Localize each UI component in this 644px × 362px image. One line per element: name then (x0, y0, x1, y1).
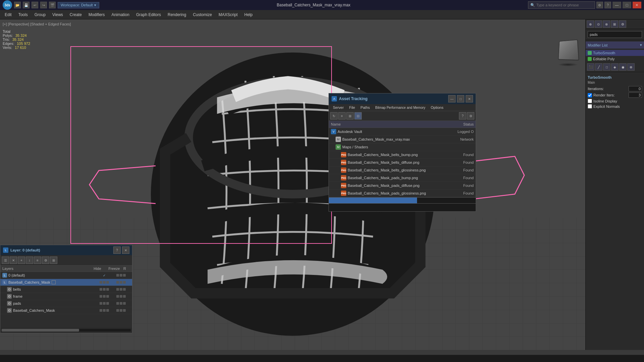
asset-grid-btn[interactable]: ⊞ (346, 112, 354, 120)
asset-path-field[interactable] (330, 206, 474, 210)
redo-btn[interactable]: ↪ (40, 2, 47, 8)
menu-graph-editors[interactable]: Graph Editors (133, 11, 164, 18)
layer-move-btn[interactable]: ↕ (26, 257, 33, 264)
menu-rendering[interactable]: Rendering (164, 11, 189, 18)
asset-row[interactable]: PNG Baseball_Catchers_Mask_pads_bump.png… (329, 174, 476, 182)
asset-menu-file[interactable]: File (346, 105, 358, 110)
layer-expand-btn[interactable]: ⊞ (50, 257, 57, 264)
menu-customize[interactable]: Customize (189, 11, 215, 18)
sub-edge-btn[interactable]: ╱ (595, 63, 602, 71)
modifier-editable-poly[interactable]: Editable Poly (586, 56, 644, 62)
save-file-btn[interactable]: 💾 (23, 2, 30, 8)
layer-row[interactable]: L 0 (default) ✓ (0, 272, 132, 279)
rp-btn-5[interactable]: ⚙ (619, 20, 626, 28)
layer-row[interactable]: O Baseball_Catchers_Mask (0, 307, 132, 314)
menu-edit[interactable]: Edit (1, 11, 15, 18)
maximize-btn[interactable]: □ (623, 2, 631, 8)
modifier-list-label: Modifier List (588, 43, 607, 47)
layer-0-name: L 0 (default) (2, 273, 97, 278)
sub-poly-btn[interactable]: ◈ (611, 63, 619, 71)
asset-row[interactable]: M Maps / Shaders (329, 143, 476, 151)
search-icon: 🔍 (530, 3, 535, 7)
layer-panel-close-btn[interactable]: ✕ (122, 246, 129, 254)
asset-help-btn[interactable]: ? (459, 112, 466, 120)
asset-row[interactable]: PNG Baseball_Catchers_Mask_belts_bump.pn… (329, 151, 476, 159)
layer-row[interactable]: O pads (0, 300, 132, 307)
iterations-input[interactable]: 0 (629, 86, 642, 91)
asset-panel-menubar: Server File Paths Bitmap Performance and… (329, 104, 476, 111)
search-input[interactable] (536, 3, 583, 7)
asset-list-btn[interactable]: ≡ (338, 112, 346, 120)
menu-views[interactable]: Views (49, 11, 66, 18)
asset-menu-paths[interactable]: Paths (358, 105, 372, 110)
asset-row[interactable]: PNG Baseball_Catchers_Mask_belts_diffuse… (329, 159, 476, 166)
main-area: [+] [Perspective] [Shaded + Edged Faces]… (0, 19, 644, 350)
undo-btn[interactable]: ↩ (32, 2, 38, 8)
sub-element-btn[interactable]: ◉ (619, 63, 627, 71)
search-go-btn[interactable]: ⚙ (596, 2, 603, 8)
workspace-label: Workspace: Default (61, 3, 93, 7)
menu-modifiers[interactable]: Modifiers (85, 11, 108, 18)
explicit-normals-checkbox[interactable] (588, 104, 592, 108)
layer-row[interactable]: O frame (0, 293, 132, 300)
asset-row[interactable]: PNG Baseball_Catchers_Mask_belts_glossin… (329, 166, 476, 174)
asset-panel-close-btn[interactable]: ✕ (466, 95, 473, 102)
modifier-list-dropdown[interactable]: Modifier List ▾ (586, 42, 644, 49)
layer-row[interactable]: L Baseball_Catchers_Mask (0, 279, 132, 286)
minimize-btn[interactable]: — (612, 2, 621, 8)
asset-menu-options[interactable]: Options (428, 105, 446, 110)
isoline-display-checkbox[interactable] (588, 99, 592, 103)
sub-vertex-btn[interactable]: ⬛ (587, 63, 594, 71)
asset-panel-minimize-btn[interactable]: — (448, 95, 456, 102)
asset-menu-bitmap[interactable]: Bitmap Performance and Memory (372, 105, 428, 110)
sub-border-btn[interactable]: □ (603, 63, 610, 71)
asset-row[interactable]: PNG Baseball_Catchers_Mask_pads_glossine… (329, 190, 476, 197)
open-file-btn[interactable]: 📂 (14, 2, 21, 8)
render-iters-input[interactable]: 3 (629, 92, 642, 98)
rp-btn-3[interactable]: ⊗ (603, 20, 610, 28)
workspace-dropdown[interactable]: Workspace: Default ▾ (58, 2, 99, 8)
layer-panel-help-btn[interactable]: ? (113, 246, 121, 254)
menu-maxscript[interactable]: MAXScript (215, 11, 241, 18)
asset-table-btn[interactable]: ⊟ (354, 112, 362, 120)
rp-btn-1[interactable]: ⊕ (587, 20, 594, 28)
asset-settings-btn[interactable]: ⚙ (467, 112, 474, 120)
asset-panel-maximize-btn[interactable]: □ (457, 95, 464, 102)
layer-add-btn[interactable]: + (18, 257, 25, 264)
png-icon: PNG (341, 152, 346, 157)
asset-path-input[interactable] (329, 203, 476, 211)
layer-filter-btn[interactable]: ⚙ (42, 257, 49, 264)
scrollbar-thumb[interactable] (2, 329, 79, 332)
menu-tools[interactable]: Tools (15, 11, 31, 18)
close-btn[interactable]: ✕ (633, 2, 641, 8)
asset-row[interactable]: V Autodesk Vault Logged O (329, 128, 476, 136)
asset-menu-server[interactable]: Server (330, 105, 346, 110)
render-setup-btn[interactable]: 🎬 (49, 2, 56, 8)
render-iters-checkbox[interactable] (588, 93, 592, 97)
menu-help[interactable]: Help (241, 11, 256, 18)
right-panel-top-toolbar: ⊕ ⊙ ⊗ ⊞ ⚙ (586, 19, 644, 29)
modifier-turbosmooth[interactable]: TurboSmooth (586, 50, 644, 56)
layer-mask-checkbox[interactable] (52, 280, 56, 284)
nav-cube[interactable] (553, 36, 582, 65)
layer-panel-title: Layer: 0 (default) (10, 248, 40, 252)
help-btn[interactable]: ? (604, 2, 611, 8)
asset-row[interactable]: PNG Baseball_Catchers_Mask_pads_diffuse.… (329, 182, 476, 190)
rp-btn-4[interactable]: ⊞ (611, 20, 618, 28)
asset-reload-btn[interactable]: ↻ (330, 112, 338, 120)
layer-belts-icon: O (7, 287, 12, 292)
layer-select-all-btn[interactable]: ☰ (2, 257, 9, 264)
asset-row[interactable]: M Baseball_Catchers_Mask_max_vray.max Ne… (329, 136, 476, 143)
modifier-search-input[interactable]: pads (588, 31, 642, 38)
menu-animation[interactable]: Animation (108, 11, 133, 18)
layer-panel-scrollbar[interactable] (0, 328, 132, 333)
layer-delete-btn[interactable]: ✕ (10, 257, 17, 264)
layer-row[interactable]: O belts (0, 286, 132, 293)
asset-tracking-panel: A Asset Tracking — □ ✕ Server File Paths… (329, 93, 476, 212)
sub-extra-btn[interactable]: ⊕ (627, 63, 635, 71)
layer-sort-btn[interactable]: ≡ (34, 257, 41, 264)
menu-create[interactable]: Create (66, 11, 85, 18)
menu-group[interactable]: Group (31, 11, 49, 18)
rp-btn-2[interactable]: ⊙ (595, 20, 602, 28)
viewport[interactable]: [+] [Perspective] [Shaded + Edged Faces]… (0, 19, 585, 350)
